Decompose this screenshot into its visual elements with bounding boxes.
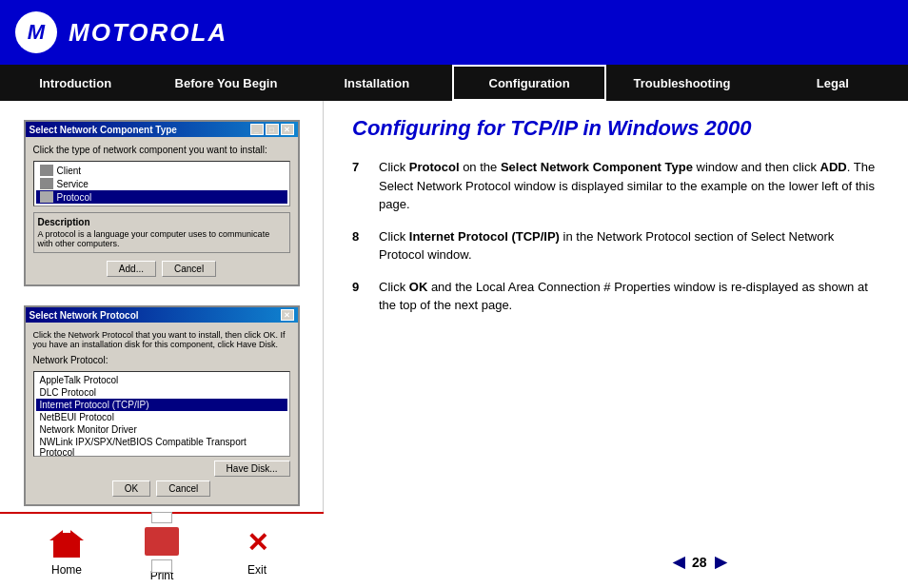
home-icon	[48, 525, 86, 559]
dialog2-netbeui[interactable]: NetBEUI Protocol	[36, 411, 287, 423]
nav-item-before-you-begin[interactable]: Before You Begin	[150, 65, 301, 101]
dialog2-buttons: ✕	[281, 309, 294, 321]
dialog1-protocol-label: Protocol	[57, 192, 92, 203]
dialog1-maximize[interactable]: □	[266, 124, 279, 135]
dialog1-item-protocol[interactable]: Protocol	[36, 190, 287, 204]
print-body	[145, 527, 179, 556]
dialog1-item-client[interactable]: Client	[36, 164, 287, 177]
dialog2-cancel-button[interactable]: Cancel	[156, 480, 210, 497]
step-7-num: 7	[352, 158, 379, 214]
nav-item-introduction[interactable]: Introduction	[0, 65, 150, 101]
dialog1-client-label: Client	[57, 166, 82, 176]
dialog2-close[interactable]: ✕	[281, 309, 294, 321]
dialog1-description-box: Description A protocol is a language you…	[33, 212, 290, 253]
print-button[interactable]: Print	[143, 519, 181, 582]
dialog2-netmon[interactable]: Network Monitor Driver	[36, 423, 287, 436]
dialog1-cancel-button[interactable]: Cancel	[162, 261, 216, 277]
dialog2-nwlink[interactable]: NWLink IPX/SPX/NetBIOS Compatible Transp…	[36, 436, 287, 457]
dialog2-title: Select Network Protocol	[30, 310, 139, 321]
service-icon	[40, 178, 53, 189]
dialog1-buttons: _ □ ✕	[250, 124, 294, 135]
step-8-num: 8	[352, 227, 379, 265]
dialog1-add-button[interactable]: Add...	[107, 261, 156, 277]
dialog2-havedisk-button[interactable]: Have Disk...	[214, 461, 290, 477]
step-9: 9 Click OK and the Local Area Connection…	[352, 278, 879, 315]
motorola-logo-circle: M	[15, 11, 57, 53]
dialog1-instruction: Click the type of network component you …	[33, 145, 290, 155]
step-7: 7 Click Protocol on the Select Network C…	[352, 158, 879, 214]
dialog2-section-label: Network Protocol:	[33, 355, 290, 365]
page-title: Configuring for TCP/IP in Windows 2000	[352, 116, 879, 141]
print-icon	[143, 519, 181, 565]
dialog-network-protocol: Select Network Protocol ✕ Click the Netw…	[24, 305, 300, 506]
dialog1-item-service[interactable]: Service	[36, 177, 287, 190]
nav-item-configuration[interactable]: Configuration	[452, 65, 606, 101]
left-panel: Select Network Component Type _ □ ✕ Clic…	[0, 101, 324, 588]
step-7-text: Click Protocol on the Select Network Com…	[379, 158, 879, 214]
dialog1-desc-title: Description	[38, 217, 286, 227]
page-number: 28	[692, 555, 707, 570]
step-8-text: Click Internet Protocol (TCP/IP) in the …	[379, 227, 879, 265]
dialog2-instruction: Click the Network Protocol that you want…	[33, 330, 290, 349]
nav-item-troubleshooting[interactable]: Troubleshooting	[606, 65, 757, 101]
dialog2-titlebar: Select Network Protocol ✕	[26, 307, 298, 323]
protocol-icon	[40, 191, 53, 203]
dialog1-title: Select Network Component Type	[30, 125, 177, 135]
brand-name: MOTOROLA	[69, 18, 227, 48]
dialog2-protocol-list[interactable]: AppleTalk Protocol DLC Protocol Internet…	[33, 371, 290, 457]
bottom-nav-bar: Home Print ✕ Exit	[0, 512, 324, 588]
prev-page-arrow[interactable]: ◀	[673, 553, 684, 571]
exit-icon: ✕	[238, 525, 276, 559]
dialog-network-component: Select Network Component Type _ □ ✕ Clic…	[24, 120, 300, 286]
house-shape	[49, 527, 84, 558]
dialog2-body: Click the Network Protocol that you want…	[26, 323, 298, 504]
right-content: Configuring for TCP/IP in Windows 2000 7…	[324, 101, 908, 588]
exit-button[interactable]: ✕ Exit	[238, 525, 276, 577]
dialog1-desc-text: A protocol is a language your computer u…	[38, 229, 286, 248]
nav-item-installation[interactable]: Installation	[302, 65, 452, 101]
dialog2-appletalk[interactable]: AppleTalk Protocol	[36, 374, 287, 386]
page-navigation: ◀ 28 ▶	[673, 553, 726, 571]
step-9-num: 9	[352, 278, 379, 315]
house-door	[63, 523, 70, 533]
nav-item-legal[interactable]: Legal	[758, 65, 908, 101]
dialog2-action-buttons: OK Cancel	[33, 480, 290, 497]
exit-x-icon: ✕	[240, 525, 274, 559]
dialog1-minimize[interactable]: _	[250, 124, 264, 135]
exit-label: Exit	[247, 563, 266, 577]
dialog1-close[interactable]: ✕	[281, 124, 294, 135]
house-body	[53, 540, 80, 558]
dialog2-ok-button[interactable]: OK	[112, 480, 150, 497]
step-9-text: Click OK and the Local Area Connection #…	[379, 278, 879, 315]
dialog2-tcpip[interactable]: Internet Protocol (TCP/IP)	[36, 399, 287, 411]
dialog2-dlc[interactable]: DLC Protocol	[36, 386, 287, 399]
dialog1-body: Click the type of network component you …	[26, 137, 298, 284]
print-paper-top	[151, 512, 172, 523]
dialog1-action-buttons: Add... Cancel	[33, 261, 290, 277]
main-content: Select Network Component Type _ □ ✕ Clic…	[0, 101, 908, 588]
next-page-arrow[interactable]: ▶	[715, 553, 726, 571]
header: M MOTOROLA	[0, 0, 908, 65]
dialog1-titlebar: Select Network Component Type _ □ ✕	[26, 122, 298, 137]
dialog1-service-label: Service	[57, 179, 89, 189]
client-icon	[40, 165, 53, 176]
motorola-m-icon: M	[28, 20, 45, 45]
home-label: Home	[51, 563, 82, 577]
dialog2-havedisk-row: Have Disk...	[33, 461, 290, 477]
home-button[interactable]: Home	[48, 525, 86, 577]
navigation-bar: Introduction Before You Begin Installati…	[0, 65, 908, 101]
step-8: 8 Click Internet Protocol (TCP/IP) in th…	[352, 227, 879, 265]
dialog1-listbox[interactable]: Client Service Protocol	[33, 161, 290, 206]
print-paper-bottom	[151, 559, 172, 573]
